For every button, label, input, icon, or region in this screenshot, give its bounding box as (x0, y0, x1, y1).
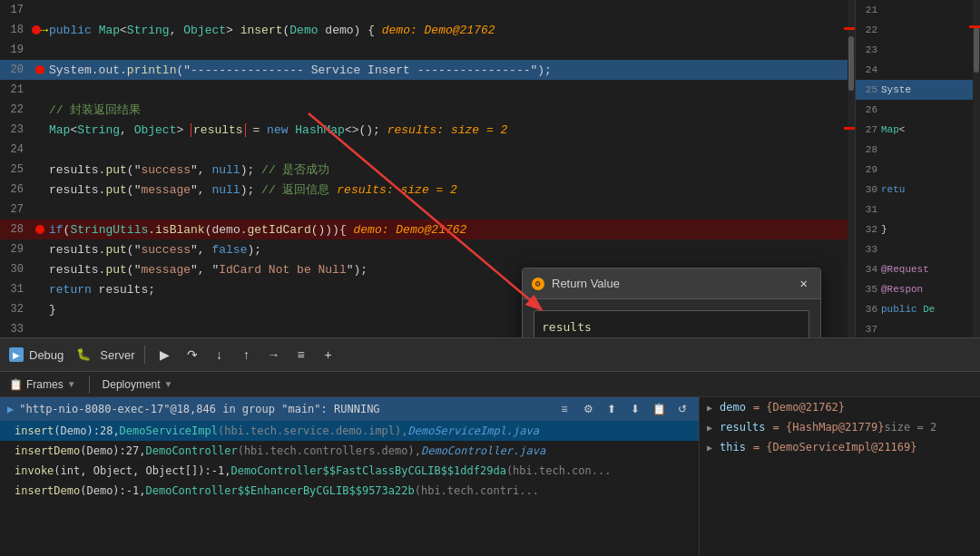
line-content: if(StringUtils.isBlank(demo.getIdCard())… (49, 223, 844, 237)
right-line-number: 35 (859, 284, 881, 295)
var-expand: ▶ (707, 423, 720, 433)
line-number: 19 (4, 44, 31, 56)
return-value-dialog: ⚙ Return Value ✕ ? OK Cancel (522, 268, 821, 337)
line-number: 25 (4, 163, 31, 176)
line-number: 28 (4, 223, 31, 236)
line-content: System.out.println("---------------- Ser… (49, 63, 844, 77)
line-content: results.put("success", false); (49, 243, 844, 257)
frames-text: Frames (26, 378, 64, 391)
step-out-button[interactable]: ↑ (236, 344, 258, 366)
debug-tab[interactable]: ▶ Debug (9, 347, 64, 362)
stack-method: invoke (15, 464, 54, 477)
right-line-content: @Respon (881, 284, 923, 295)
right-line-number: 30 (859, 184, 881, 195)
right-line-number: 24 (859, 64, 881, 75)
right-line-number: 21 (859, 5, 881, 15)
right-line-number: 28 (859, 144, 881, 155)
step-into-button[interactable]: ↓ (209, 344, 230, 366)
call-stack: ▶ "http-nio-8080-exec-17"@18,846 in grou… (0, 397, 699, 556)
right-line-content: public De (881, 304, 935, 315)
line-number: 22 (4, 103, 31, 116)
right-line-number: 36 (859, 304, 881, 315)
var-value: = {DemoServiceImpl@21169} (753, 441, 917, 454)
toolbar-sep-1 (144, 346, 145, 364)
stack-method: insertDemo (15, 484, 80, 497)
right-line-number: 32 (859, 224, 881, 235)
thread-expand-button[interactable]: ⬆ (603, 400, 621, 418)
dialog-title: Return Value (552, 277, 797, 290)
line-content: results.put("success", null); // 是否成功 (49, 161, 844, 178)
deployment-text: Deployment (103, 378, 161, 391)
breakpoint-marker[interactable] (35, 225, 44, 234)
stack-frame[interactable]: insert(Demo):28, DemoServiceImpl (hbi.te… (0, 421, 699, 441)
frames-icon: 📋 (9, 378, 23, 391)
var-expand: ▶ (707, 403, 720, 413)
line-number: 17 (4, 4, 31, 16)
thread-label: "http-nio-8080-exec-17"@18,846 in group … (19, 403, 379, 415)
deployment-label: Deployment ▼ (103, 378, 173, 391)
right-line-number: 25 (859, 84, 881, 95)
line-content: results.put("message", null); // 返回信息 re… (49, 181, 844, 198)
run-to-cursor-button[interactable]: → (263, 344, 285, 366)
debug-toolbar: ▶ Debug 🐛 Server ▶ ↷ ↓ ↑ → ≡ + (0, 337, 980, 372)
var-value: = {HashMap@21779} (773, 421, 885, 434)
resume-button[interactable]: ▶ (154, 344, 176, 366)
variable-row[interactable]: ▶ this = {DemoServiceImpl@21169} (700, 437, 980, 457)
var-value: = {Demo@21762} (753, 401, 845, 414)
stack-method: insertDemo (15, 444, 80, 457)
thread-icon: ▶ (7, 403, 14, 415)
line-number: 26 (4, 183, 31, 196)
watch-button[interactable]: + (318, 344, 339, 366)
thread-copy-button[interactable]: 📋 (650, 400, 668, 418)
line-content: public Map<String, Object> insert(Demo d… (49, 24, 844, 37)
thread-settings-button[interactable]: ⚙ (579, 400, 597, 418)
thread-row[interactable]: ▶ "http-nio-8080-exec-17"@18,846 in grou… (0, 397, 699, 421)
line-number: 32 (4, 303, 31, 316)
evaluate-button[interactable]: ≡ (290, 344, 312, 366)
right-line-number: 33 (859, 244, 881, 255)
right-line-content: retu (881, 184, 905, 195)
frames-sep (89, 376, 90, 394)
var-expand: ▶ (707, 443, 720, 453)
frames-label: 📋 Frames ▼ (9, 378, 76, 391)
thread-restore-button[interactable]: ↺ (673, 400, 691, 418)
right-line-number: 27 (859, 124, 881, 135)
right-scroll[interactable] (973, 0, 980, 337)
breakpoint-marker[interactable] (35, 65, 44, 74)
right-line-content: } (881, 224, 887, 235)
right-panel: 2122232425Syste2627Map<282930retu3132}33… (855, 0, 973, 337)
line-number: 33 (4, 323, 31, 336)
line-number: 27 (4, 203, 31, 216)
return-value-input[interactable] (534, 310, 809, 337)
filter-button[interactable]: ≡ (555, 400, 573, 418)
var-name: results (720, 421, 766, 434)
stack-frame[interactable]: insertDemo(Demo):-1, DemoController$$Enh… (0, 481, 699, 501)
line-number: 31 (4, 283, 31, 296)
var-name: this (720, 441, 746, 454)
frames-row: 📋 Frames ▼ Deployment ▼ (0, 372, 980, 397)
debug-tab-label: Debug (29, 348, 64, 362)
bottom-panel: ▶ "http-nio-8080-exec-17"@18,846 in grou… (0, 397, 980, 556)
line-number: 24 (4, 143, 31, 156)
dialog-titlebar: ⚙ Return Value ✕ (523, 268, 820, 299)
right-line-number: 29 (859, 164, 881, 175)
stack-frame[interactable]: insertDemo(Demo):27, DemoController (hbi… (0, 441, 699, 461)
variable-row[interactable]: ▶ demo = {Demo@21762} (700, 397, 980, 417)
right-line-number: 26 (859, 104, 881, 115)
deployment-arrow: ▼ (164, 379, 173, 389)
left-scroll[interactable] (848, 0, 855, 337)
stack-frames: insert(Demo):28, DemoServiceImpl (hbi.te… (0, 421, 699, 501)
breakpoint-marker[interactable] (32, 25, 41, 34)
right-line-number: 31 (859, 204, 881, 215)
step-over-button[interactable]: ↷ (181, 344, 203, 366)
line-content: // 封装返回结果 (49, 102, 844, 118)
debug-arrow-marker: → (41, 23, 48, 37)
thread-collapse-button[interactable]: ⬇ (626, 400, 644, 418)
editor-area: 1718→public Map<String, Object> insert(D… (0, 0, 980, 337)
variable-row[interactable]: ▶ results = {HashMap@21779} size = 2 (700, 417, 980, 437)
main-container: 1718→public Map<String, Object> insert(D… (0, 0, 980, 556)
right-line-content: Syste (881, 84, 911, 95)
stack-frame[interactable]: invoke(int, Object, Object[]):-1, DemoCo… (0, 461, 699, 481)
dialog-close-button[interactable]: ✕ (797, 274, 811, 293)
dialog-icon: ⚙ (532, 278, 544, 290)
